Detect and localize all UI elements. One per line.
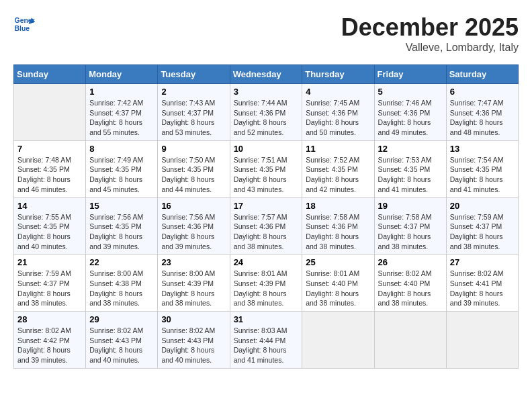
day-info: Sunrise: 7:52 AMSunset: 4:35 PMDaylight:…	[306, 155, 370, 195]
day-info: Sunrise: 8:02 AMSunset: 4:41 PMDaylight:…	[450, 269, 515, 308]
day-info: Sunrise: 7:57 AMSunset: 4:36 PMDaylight:…	[234, 212, 299, 252]
day-cell: 9Sunrise: 7:50 AMSunset: 4:35 PMDaylight…	[158, 140, 230, 197]
logo-icon: General Blue	[13, 13, 35, 35]
day-number: 14	[17, 201, 82, 211]
day-cell	[302, 312, 374, 369]
day-info: Sunrise: 7:46 AMSunset: 4:36 PMDaylight:…	[378, 98, 443, 138]
day-cell: 17Sunrise: 7:57 AMSunset: 4:36 PMDayligh…	[230, 197, 302, 255]
day-info: Sunrise: 8:01 AMSunset: 4:40 PMDaylight:…	[306, 269, 370, 308]
svg-text:Blue: Blue	[15, 25, 30, 32]
day-cell: 12Sunrise: 7:53 AMSunset: 4:35 PMDayligh…	[374, 140, 446, 197]
page-header: General Blue December 2025 Valleve, Lomb…	[13, 13, 519, 54]
day-cell: 8Sunrise: 7:49 AMSunset: 4:35 PMDaylight…	[86, 140, 158, 197]
day-cell: 4Sunrise: 7:45 AMSunset: 4:36 PMDaylight…	[302, 84, 374, 141]
day-number: 7	[17, 144, 82, 154]
day-number: 9	[161, 144, 226, 154]
day-cell: 10Sunrise: 7:51 AMSunset: 4:35 PMDayligh…	[230, 140, 302, 197]
day-cell: 30Sunrise: 8:02 AMSunset: 4:43 PMDayligh…	[158, 312, 230, 369]
day-cell	[374, 312, 446, 369]
day-number: 19	[378, 201, 443, 211]
day-number: 28	[17, 314, 82, 324]
day-info: Sunrise: 7:49 AMSunset: 4:35 PMDaylight:…	[89, 155, 154, 195]
week-row-4: 21Sunrise: 7:59 AMSunset: 4:37 PMDayligh…	[14, 255, 519, 312]
day-info: Sunrise: 7:42 AMSunset: 4:37 PMDaylight:…	[89, 98, 154, 138]
day-cell: 26Sunrise: 8:02 AMSunset: 4:40 PMDayligh…	[374, 255, 446, 312]
day-number: 2	[161, 87, 226, 97]
day-number: 20	[450, 201, 515, 211]
day-cell: 15Sunrise: 7:56 AMSunset: 4:35 PMDayligh…	[86, 197, 158, 255]
day-number: 1	[89, 87, 154, 97]
day-number: 12	[378, 144, 443, 154]
day-number: 22	[89, 257, 154, 267]
day-cell	[14, 84, 86, 141]
weekday-header-monday: Monday	[86, 65, 158, 84]
day-info: Sunrise: 7:59 AMSunset: 4:37 PMDaylight:…	[17, 269, 82, 308]
day-info: Sunrise: 7:45 AMSunset: 4:36 PMDaylight:…	[306, 98, 370, 138]
day-cell: 13Sunrise: 7:54 AMSunset: 4:35 PMDayligh…	[446, 140, 518, 197]
day-info: Sunrise: 8:01 AMSunset: 4:39 PMDaylight:…	[234, 269, 299, 308]
day-number: 21	[17, 257, 82, 267]
day-info: Sunrise: 7:43 AMSunset: 4:37 PMDaylight:…	[161, 98, 226, 138]
day-info: Sunrise: 7:53 AMSunset: 4:35 PMDaylight:…	[378, 155, 443, 195]
day-number: 25	[306, 257, 370, 267]
day-info: Sunrise: 7:58 AMSunset: 4:37 PMDaylight:…	[378, 212, 443, 252]
day-number: 3	[234, 87, 299, 97]
week-row-3: 14Sunrise: 7:55 AMSunset: 4:35 PMDayligh…	[14, 197, 519, 255]
day-number: 30	[161, 314, 226, 324]
day-cell: 25Sunrise: 8:01 AMSunset: 4:40 PMDayligh…	[302, 255, 374, 312]
week-row-1: 1Sunrise: 7:42 AMSunset: 4:37 PMDaylight…	[14, 84, 519, 141]
day-cell: 3Sunrise: 7:44 AMSunset: 4:36 PMDaylight…	[230, 84, 302, 141]
day-cell: 11Sunrise: 7:52 AMSunset: 4:35 PMDayligh…	[302, 140, 374, 197]
weekday-header-wednesday: Wednesday	[230, 65, 302, 84]
day-cell: 24Sunrise: 8:01 AMSunset: 4:39 PMDayligh…	[230, 255, 302, 312]
day-info: Sunrise: 7:51 AMSunset: 4:35 PMDaylight:…	[234, 155, 299, 195]
day-number: 6	[450, 87, 515, 97]
day-cell: 1Sunrise: 7:42 AMSunset: 4:37 PMDaylight…	[86, 84, 158, 141]
day-number: 29	[89, 314, 154, 324]
day-cell: 21Sunrise: 7:59 AMSunset: 4:37 PMDayligh…	[14, 255, 86, 312]
day-cell	[446, 312, 518, 369]
day-number: 26	[378, 257, 443, 267]
week-row-5: 28Sunrise: 8:02 AMSunset: 4:42 PMDayligh…	[14, 312, 519, 369]
day-info: Sunrise: 7:44 AMSunset: 4:36 PMDaylight:…	[234, 98, 299, 138]
day-cell: 23Sunrise: 8:00 AMSunset: 4:39 PMDayligh…	[158, 255, 230, 312]
calendar-table: SundayMondayTuesdayWednesdayThursdayFrid…	[13, 64, 519, 369]
day-number: 27	[450, 257, 515, 267]
day-number: 17	[234, 201, 299, 211]
day-number: 18	[306, 201, 370, 211]
day-info: Sunrise: 7:55 AMSunset: 4:35 PMDaylight:…	[17, 212, 82, 252]
title-block: December 2025 Valleve, Lombardy, Italy	[341, 13, 519, 54]
weekday-header-sunday: Sunday	[14, 65, 86, 84]
day-number: 5	[378, 87, 443, 97]
day-number: 24	[234, 257, 299, 267]
day-number: 8	[89, 144, 154, 154]
location-title: Valleve, Lombardy, Italy	[341, 42, 519, 54]
day-cell: 31Sunrise: 8:03 AMSunset: 4:44 PMDayligh…	[230, 312, 302, 369]
calendar-body: 1Sunrise: 7:42 AMSunset: 4:37 PMDaylight…	[14, 84, 519, 369]
day-info: Sunrise: 8:02 AMSunset: 4:43 PMDaylight:…	[89, 326, 154, 365]
day-number: 16	[161, 201, 226, 211]
day-cell: 14Sunrise: 7:55 AMSunset: 4:35 PMDayligh…	[14, 197, 86, 255]
day-info: Sunrise: 7:54 AMSunset: 4:35 PMDaylight:…	[450, 155, 515, 195]
day-number: 10	[234, 144, 299, 154]
day-cell: 22Sunrise: 8:00 AMSunset: 4:38 PMDayligh…	[86, 255, 158, 312]
day-cell: 6Sunrise: 7:47 AMSunset: 4:36 PMDaylight…	[446, 84, 518, 141]
day-number: 23	[161, 257, 226, 267]
day-info: Sunrise: 8:03 AMSunset: 4:44 PMDaylight:…	[234, 326, 299, 365]
day-info: Sunrise: 8:00 AMSunset: 4:38 PMDaylight:…	[89, 269, 154, 308]
weekday-header-tuesday: Tuesday	[158, 65, 230, 84]
day-number: 11	[306, 144, 370, 154]
day-info: Sunrise: 7:47 AMSunset: 4:36 PMDaylight:…	[450, 98, 515, 138]
logo: General Blue	[13, 13, 35, 35]
day-cell: 7Sunrise: 7:48 AMSunset: 4:35 PMDaylight…	[14, 140, 86, 197]
day-cell: 29Sunrise: 8:02 AMSunset: 4:43 PMDayligh…	[86, 312, 158, 369]
month-title: December 2025	[341, 13, 519, 42]
week-row-2: 7Sunrise: 7:48 AMSunset: 4:35 PMDaylight…	[14, 140, 519, 197]
day-cell: 18Sunrise: 7:58 AMSunset: 4:36 PMDayligh…	[302, 197, 374, 255]
day-number: 31	[234, 314, 299, 324]
day-cell: 2Sunrise: 7:43 AMSunset: 4:37 PMDaylight…	[158, 84, 230, 141]
day-info: Sunrise: 8:02 AMSunset: 4:40 PMDaylight:…	[378, 269, 443, 308]
weekday-header-row: SundayMondayTuesdayWednesdayThursdayFrid…	[14, 65, 519, 84]
day-info: Sunrise: 8:02 AMSunset: 4:43 PMDaylight:…	[161, 326, 226, 365]
day-cell: 19Sunrise: 7:58 AMSunset: 4:37 PMDayligh…	[374, 197, 446, 255]
